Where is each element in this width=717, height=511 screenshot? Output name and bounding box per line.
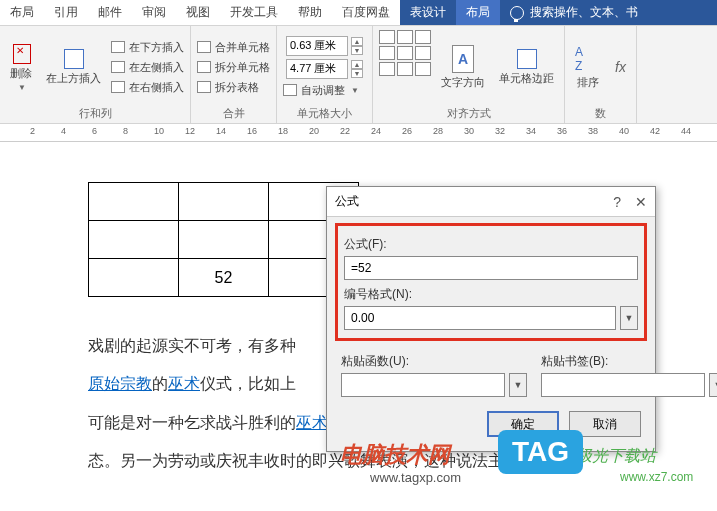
chevron-down-icon: ▼ xyxy=(18,83,26,92)
split-table-icon xyxy=(197,81,211,93)
delete-icon xyxy=(10,42,32,64)
formula-label: 公式(F): xyxy=(344,236,638,253)
tab-mail[interactable]: 邮件 xyxy=(88,0,132,25)
cell-margins-button[interactable]: 单元格边距 xyxy=(495,30,558,104)
help-button[interactable]: ? xyxy=(613,194,621,210)
alignment-grid[interactable] xyxy=(379,30,431,104)
group-cell-size: ▲▼ ▲▼ 自动调整▼ 单元格大小 xyxy=(277,26,373,123)
tab-layout1[interactable]: 布局 xyxy=(0,0,44,25)
text-direction-icon xyxy=(452,45,474,73)
group-merge: 合并单元格 拆分单元格 拆分表格 合并 xyxy=(191,26,277,123)
col-width: ▲▼ xyxy=(283,59,366,79)
pastefn-label: 粘贴函数(U): xyxy=(341,353,527,370)
tab-developer[interactable]: 开发工具 xyxy=(220,0,288,25)
tab-baidu[interactable]: 百度网盘 xyxy=(332,0,400,25)
tab-table-design[interactable]: 表设计 xyxy=(400,0,456,25)
autofit-icon xyxy=(283,84,297,96)
insert-above-button[interactable]: 在上方插入 xyxy=(42,30,105,104)
insert-right-button[interactable]: 在右侧插入 xyxy=(111,79,184,96)
split-icon xyxy=(197,61,211,73)
insert-left-button[interactable]: 在左侧插入 xyxy=(111,59,184,76)
numfmt-dropdown[interactable]: ▼ xyxy=(620,306,638,330)
tell-me-text: 搜索操作、文本、书 xyxy=(530,4,638,21)
link-shamanism2[interactable]: 巫术 xyxy=(296,414,328,431)
bulb-icon xyxy=(510,6,524,20)
fx-icon: fx xyxy=(615,59,626,75)
row-height: ▲▼ xyxy=(283,36,366,56)
table-cell[interactable] xyxy=(89,183,179,221)
insert-below-button[interactable]: 在下方插入 xyxy=(111,39,184,56)
table-cell[interactable] xyxy=(179,183,269,221)
table-cell[interactable] xyxy=(89,221,179,259)
watermark-url2: www.xz7.com xyxy=(620,470,693,484)
table-cell[interactable] xyxy=(179,221,269,259)
width-spinner[interactable]: ▲▼ xyxy=(351,60,363,78)
tab-references[interactable]: 引用 xyxy=(44,0,88,25)
chevron-down-icon: ▼ xyxy=(351,86,359,95)
group-alignment: 文字方向 单元格边距 对齐方式 xyxy=(373,26,565,123)
formula-input[interactable] xyxy=(344,256,638,280)
pastebm-select[interactable] xyxy=(541,373,705,397)
group-rows-cols: 删除▼ 在上方插入 在下方插入 在左侧插入 在右侧插入 行和列 xyxy=(0,26,191,123)
insert-above-icon xyxy=(64,49,84,69)
formula-button[interactable]: fx xyxy=(611,30,630,104)
pastefn-dropdown[interactable]: ▼ xyxy=(509,373,527,397)
sort-button[interactable]: 排序 xyxy=(571,30,605,104)
group-label-cell-size: 单元格大小 xyxy=(283,104,366,121)
group-label-data: 数 xyxy=(571,104,630,121)
table-cell[interactable]: 52 xyxy=(179,259,269,297)
tab-bar: 布局 引用 邮件 审阅 视图 开发工具 帮助 百度网盘 表设计 布局 搜索操作、… xyxy=(0,0,717,26)
pastebm-label: 粘贴书签(B): xyxy=(541,353,717,370)
row-height-input[interactable] xyxy=(286,36,348,56)
tab-review[interactable]: 审阅 xyxy=(132,0,176,25)
ruler[interactable]: 2468101214161820222426283032343638404244 xyxy=(0,124,717,142)
split-cells-button[interactable]: 拆分单元格 xyxy=(197,59,270,76)
tell-me[interactable]: 搜索操作、文本、书 xyxy=(500,0,717,25)
watermark-text2: 极光下载站 xyxy=(576,446,656,467)
insert-below-icon xyxy=(111,41,125,53)
merge-icon xyxy=(197,41,211,53)
group-data: 排序 fx 数 xyxy=(565,26,637,123)
formula-dialog: 公式 ? ✕ 公式(F): 编号格式(N): ▼ 粘贴函数(U): ▼ 粘贴书签… xyxy=(326,186,656,452)
watermark-text: 电脑技术网 xyxy=(340,440,450,470)
group-label-merge: 合并 xyxy=(197,104,270,121)
sort-icon xyxy=(575,45,601,73)
watermark-tag: TAG xyxy=(498,430,583,474)
col-width-input[interactable] xyxy=(286,59,348,79)
ribbon: 删除▼ 在上方插入 在下方插入 在左侧插入 在右侧插入 行和列 合并单元格 拆分… xyxy=(0,26,717,124)
autofit-button[interactable]: 自动调整▼ xyxy=(283,82,366,99)
table-cell[interactable] xyxy=(89,259,179,297)
group-label-alignment: 对齐方式 xyxy=(379,104,558,121)
merge-cells-button[interactable]: 合并单元格 xyxy=(197,39,270,56)
split-table-button[interactable]: 拆分表格 xyxy=(197,79,270,96)
dialog-titlebar[interactable]: 公式 ? ✕ xyxy=(327,187,655,217)
link-religion[interactable]: 原始宗教 xyxy=(88,375,152,392)
tab-table-layout[interactable]: 布局 xyxy=(456,0,500,25)
pastefn-select[interactable] xyxy=(341,373,505,397)
numfmt-label: 编号格式(N): xyxy=(344,286,638,303)
numfmt-input[interactable] xyxy=(344,306,616,330)
tab-help[interactable]: 帮助 xyxy=(288,0,332,25)
dialog-title: 公式 xyxy=(335,193,359,210)
group-label-rows-cols: 行和列 xyxy=(6,104,184,121)
link-shamanism[interactable]: 巫术 xyxy=(168,375,200,392)
watermark-url: www.tagxp.com xyxy=(370,470,461,485)
pastebm-dropdown[interactable]: ▼ xyxy=(709,373,717,397)
insert-left-icon xyxy=(111,61,125,73)
text-direction-button[interactable]: 文字方向 xyxy=(437,30,489,104)
close-button[interactable]: ✕ xyxy=(635,194,647,210)
insert-right-icon xyxy=(111,81,125,93)
tab-view[interactable]: 视图 xyxy=(176,0,220,25)
height-spinner[interactable]: ▲▼ xyxy=(351,37,363,55)
document-table[interactable]: 52 xyxy=(88,182,359,297)
delete-button[interactable]: 删除▼ xyxy=(6,30,36,104)
cell-margins-icon xyxy=(517,49,537,69)
